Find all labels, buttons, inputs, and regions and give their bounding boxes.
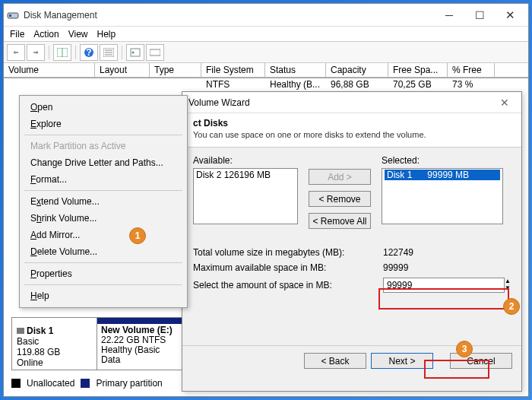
add-button[interactable]: Add >	[309, 169, 371, 185]
amount-label: Select the amount of space in MB:	[193, 280, 383, 290]
disk-legend: Unallocated Primary partition	[11, 378, 163, 389]
col-layout[interactable]: Layout	[95, 63, 150, 78]
menu-help[interactable]: Help	[97, 29, 116, 40]
max-value: 99999	[383, 262, 497, 273]
svg-point-11	[132, 51, 135, 53]
menu-open[interactable]: Open	[20, 99, 187, 116]
back-button[interactable]: ⇐	[7, 44, 25, 61]
toolbar-list-icon[interactable]	[100, 44, 118, 61]
volume-row[interactable]: NTFS Healthy (B... 96,88 GB 70,25 GB 73 …	[4, 78, 528, 92]
available-listbox[interactable]: Disk 2 126196 MB	[193, 168, 298, 224]
total-value: 122749	[383, 247, 497, 258]
window-title: Disk Management	[24, 10, 434, 21]
app-icon	[7, 9, 19, 21]
selected-listbox[interactable]: Disk 1 99999 MB	[382, 168, 503, 224]
legend-unallocated: Unallocated	[27, 378, 74, 389]
wizard-title: Volume Wizard	[188, 97, 494, 108]
minimize-button[interactable]: ─	[434, 5, 464, 25]
menubar: File Action View Help	[4, 27, 528, 42]
volume-context-menu: Open Explore Mark Partition as Active Ch…	[19, 95, 188, 308]
col-status[interactable]: Status	[265, 63, 326, 78]
menu-explore[interactable]: Explore	[20, 116, 187, 132]
badge-3: 3	[456, 341, 473, 357]
menu-shrink-volume[interactable]: Shrink Volume...	[20, 210, 187, 227]
menu-properties[interactable]: Properties	[20, 265, 187, 282]
max-label: Maximum available space in MB:	[193, 262, 383, 273]
svg-rect-1	[9, 14, 11, 17]
close-button[interactable]: ✕	[495, 5, 525, 25]
back-button[interactable]: < Back	[304, 353, 366, 369]
cell-filesystem: NTFS	[201, 78, 265, 92]
col-capacity[interactable]: Capacity	[326, 63, 388, 78]
col-pctfree[interactable]: % Free	[448, 63, 495, 78]
cell-status: Healthy (B...	[265, 78, 326, 92]
menu-help[interactable]: Help	[20, 287, 187, 304]
cell-pctfree: 73 %	[448, 78, 495, 92]
wizard-heading: ct Disks	[193, 118, 511, 129]
col-filesystem[interactable]: File System	[201, 63, 265, 78]
menu-action[interactable]: Action	[33, 29, 59, 40]
remove-button[interactable]: < Remove	[309, 191, 371, 207]
remove-all-button[interactable]: < Remove All	[309, 213, 371, 229]
menu-file[interactable]: File	[10, 29, 24, 40]
menu-view[interactable]: View	[68, 29, 88, 40]
col-volume[interactable]: Volume	[4, 63, 95, 78]
disk-info: Disk 1 Basic 119.88 GB Online	[12, 318, 97, 370]
col-type[interactable]: Type	[150, 63, 201, 78]
toolbar: ⇐ ⇒ ?	[4, 42, 528, 63]
cell-capacity: 96,88 GB	[326, 78, 388, 92]
disk-volume-block[interactable]: New Volume (E:) 22.22 GB NTFS Healthy (B…	[97, 318, 182, 370]
toolbar-settings-icon[interactable]	[146, 44, 164, 61]
col-freespace[interactable]: Free Spa...	[388, 63, 448, 78]
toolbar-panes-icon[interactable]	[53, 44, 71, 61]
svg-rect-12	[150, 49, 160, 56]
forward-button[interactable]: ⇒	[27, 44, 45, 61]
wizard-close-button[interactable]: ✕	[494, 97, 515, 109]
help-icon[interactable]: ?	[80, 44, 98, 61]
toolbar-action-icon[interactable]	[126, 44, 144, 61]
wizard-subheading: You can use space on one or more disks t…	[193, 130, 511, 139]
menu-format[interactable]: Format...	[20, 171, 187, 188]
selected-label: Selected:	[382, 155, 503, 166]
maximize-button[interactable]: ☐	[464, 5, 495, 25]
svg-text:?: ?	[86, 47, 91, 58]
volume-grid-header: Volume Layout Type File System Status Ca…	[4, 63, 528, 78]
menu-extend-volume[interactable]: Extend Volume...	[20, 193, 187, 210]
titlebar: Disk Management ─ ☐ ✕	[4, 4, 528, 27]
available-label: Available:	[193, 155, 298, 166]
highlight-amount	[378, 288, 509, 310]
selected-item[interactable]: Disk 1 99999 MB	[385, 170, 500, 180]
menu-mark-active: Mark Partition as Active	[20, 138, 187, 154]
legend-unallocated-swatch	[11, 379, 21, 388]
menu-delete-volume[interactable]: Delete Volume...	[20, 243, 187, 260]
available-item[interactable]: Disk 2 126196 MB	[196, 170, 295, 180]
badge-2: 2	[503, 298, 520, 315]
cell-freespace: 70,25 GB	[388, 78, 448, 92]
total-label: Total volume size in megabytes (MB):	[193, 247, 383, 258]
legend-primary: Primary partition	[96, 378, 162, 389]
legend-primary-swatch	[81, 379, 90, 388]
menu-change-letter[interactable]: Change Drive Letter and Paths...	[20, 154, 187, 171]
highlight-next	[424, 360, 489, 379]
badge-1: 1	[129, 227, 146, 244]
menu-add-mirror[interactable]: Add Mirror...	[20, 227, 187, 243]
